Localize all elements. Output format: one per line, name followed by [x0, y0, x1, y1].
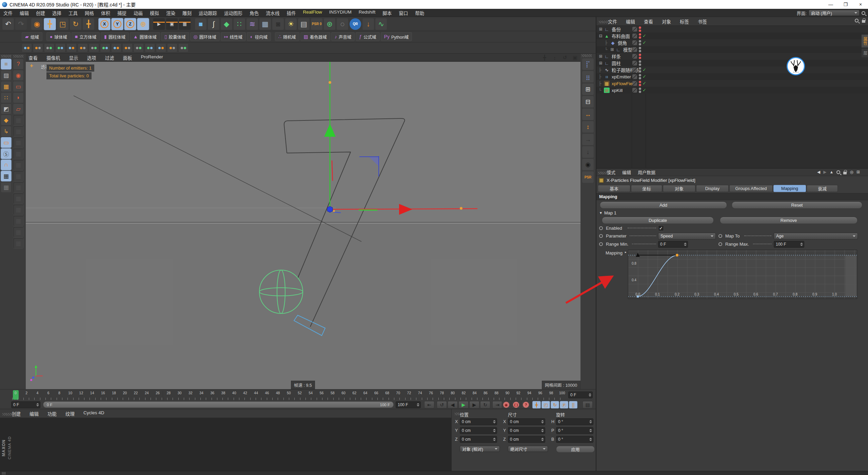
coord-field-位置-X[interactable]: 0 cm	[460, 418, 497, 425]
object-row-粒子跟随样条[interactable]: ├∿粒子跟随样条✓	[596, 66, 868, 73]
record-keyframe-button[interactable]: ◉	[502, 401, 511, 408]
field-button-球体域[interactable]: ●球体域	[46, 32, 71, 41]
tab-衰减[interactable]: 衰减	[807, 185, 838, 192]
minimize-button[interactable]: —	[823, 0, 838, 9]
menu-item-捕捉[interactable]: 捕捉	[117, 10, 126, 16]
record-rotation-button[interactable]: ↻	[551, 401, 559, 408]
menu-item-编辑[interactable]: 编辑	[20, 10, 29, 16]
texture-mode-button[interactable]: ▨	[1, 70, 12, 81]
rectangle-spline[interactable]	[294, 315, 325, 336]
qr-badge-button[interactable]: QR	[349, 18, 361, 30]
viewport-solo-button[interactable]: ▭	[1, 137, 12, 148]
render-settings-button[interactable]: ▦	[179, 18, 191, 30]
remove-map-button[interactable]: Remove	[720, 217, 857, 224]
menu-item-选择[interactable]: 选择	[52, 10, 61, 16]
viewport-menu-过滤[interactable]: 过滤	[105, 54, 114, 61]
am-lock-icon[interactable]	[843, 172, 847, 174]
xp-shortcut-icon[interactable]	[145, 43, 155, 52]
lock-x-axis-button[interactable]: X	[98, 18, 111, 30]
visibility-dots[interactable]	[639, 81, 641, 86]
parameter-dropdown[interactable]: Speed	[658, 233, 716, 240]
coord-field-尺寸-Y[interactable]: 0 cm	[508, 427, 545, 434]
tab-Display[interactable]: Display	[696, 185, 729, 192]
visibility-dots[interactable]	[639, 40, 641, 45]
field-button-组域[interactable]: ▰组域	[22, 32, 42, 41]
om-lock-icon[interactable]	[862, 20, 865, 23]
add-camera-button[interactable]: ◙	[272, 18, 284, 30]
zoom-view-icon[interactable]: ↕	[551, 54, 558, 61]
interface-dropdown[interactable]: 启动 (用户)	[809, 10, 860, 16]
anim-dot-mapto[interactable]	[718, 234, 722, 238]
side-tab-层[interactable]: 层	[862, 49, 868, 57]
om-menu-文件[interactable]: 文件	[608, 18, 617, 25]
magic-drop-button[interactable]: ↓	[362, 18, 374, 30]
history-back-icon[interactable]: ◀	[817, 170, 820, 174]
om-search-icon[interactable]	[855, 19, 859, 22]
xp-shortcut-icon[interactable]	[22, 43, 32, 52]
rectangle-selection-button[interactable]: ▭	[13, 81, 24, 92]
xp-shortcut-icon[interactable]	[134, 43, 144, 52]
diagonal-spline[interactable]	[74, 96, 361, 242]
field-button-胶囊体域[interactable]: ▯胶囊体域	[161, 32, 189, 41]
scale-button[interactable]: ◳	[57, 18, 69, 30]
material-menu-创建[interactable]: 创建	[12, 410, 21, 417]
expander-icon[interactable]: ⊞	[598, 27, 603, 32]
xp-shortcut-icon[interactable]	[178, 43, 189, 52]
om-menu-查看[interactable]: 查看	[644, 18, 653, 25]
psr-zero-button[interactable]: PSR 0	[311, 18, 323, 30]
field-button-线性域[interactable]: ↦线性域	[221, 32, 246, 41]
object-row-备份[interactable]: ⊞∟备份	[596, 26, 868, 33]
material-menu-编辑[interactable]: 编辑	[29, 410, 39, 417]
play-forwards-button[interactable]: ▶	[458, 401, 469, 408]
object-row-xpFlowField[interactable]: ├▦xpFlowField✓	[596, 80, 868, 87]
menu-item-文件[interactable]: 文件	[3, 10, 13, 16]
red-tangent-handle[interactable]	[332, 160, 333, 181]
xp-shortcut-icon[interactable]	[44, 43, 54, 52]
mapping-curve-editor[interactable]: 0.00.10.20.30.40.50.60.70.80.91.00.80.4	[628, 250, 857, 299]
material-menu-纹理[interactable]: 纹理	[65, 410, 75, 417]
field-button-声音域[interactable]: ♪声音域	[331, 32, 355, 41]
workplane-rotate-button[interactable]: ▦	[1, 182, 12, 193]
object-row-布料曲面[interactable]: ⊟▲布料曲面✓	[596, 33, 868, 39]
material-menu-Cycles 4D[interactable]: Cycles 4D	[83, 410, 104, 417]
add-cube-button[interactable]: ■	[195, 18, 207, 30]
coord-field-位置-Z[interactable]: 0 cm	[460, 436, 497, 443]
material-menu-功能[interactable]: 功能	[47, 410, 57, 417]
coord-field-旋转-P[interactable]: 0 °	[556, 427, 593, 434]
reset-maps-button[interactable]: Reset	[732, 202, 862, 209]
viewport-menu-选项[interactable]: 选项	[87, 54, 96, 61]
field-button-Python域[interactable]: PyPython域	[381, 32, 412, 41]
target-icon[interactable]: ◎	[850, 170, 853, 174]
viewport-menu-面板[interactable]: 面板	[123, 54, 132, 61]
layer-toggle-icon[interactable]	[632, 47, 637, 52]
add-map-button[interactable]: Add	[600, 202, 727, 209]
layer-toggle-icon[interactable]	[632, 88, 637, 93]
menu-item-角色[interactable]: 角色	[250, 10, 259, 16]
pick-icon[interactable]: ▲	[830, 170, 834, 174]
menu-item-创建[interactable]: 创建	[36, 10, 45, 16]
maximize-button[interactable]: ❐	[838, 0, 853, 9]
object-row-模型[interactable]: └⊞∟模型	[596, 46, 868, 53]
wire-sphere-button[interactable]: ◌	[336, 18, 349, 30]
record-pla-button[interactable]: ⣿	[569, 401, 577, 408]
undo-button[interactable]: ↶	[2, 18, 14, 30]
search-icon[interactable]	[862, 11, 865, 15]
xp-shortcut-icon[interactable]	[122, 43, 133, 52]
anim-dot-range-max[interactable]	[718, 242, 722, 246]
viewport-menu-ProRender[interactable]: ProRender	[141, 54, 163, 61]
layer-toggle-icon[interactable]	[632, 61, 637, 65]
apply-button[interactable]: 应用	[556, 446, 595, 453]
xp-shortcut-icon[interactable]	[100, 43, 110, 52]
enable-snap-button[interactable]: ∩	[1, 159, 12, 170]
menu-item-网格[interactable]: 网格	[85, 10, 94, 16]
xp-shortcut-icon[interactable]	[78, 43, 88, 52]
polygons-mode-button[interactable]: ◆	[1, 115, 12, 126]
xpresso-nodes-button[interactable]: ⣶	[582, 71, 594, 83]
menu-item-帮助[interactable]: 帮助	[415, 10, 424, 16]
menu-item-窗口[interactable]: 窗口	[399, 10, 408, 16]
object-row-样条[interactable]: ⊞∟样条	[596, 53, 868, 60]
menu-item-Redshift[interactable]: Redshift	[359, 10, 376, 16]
enabled-checkbox[interactable]: ✓	[658, 225, 664, 231]
mospline-button[interactable]: ∿	[375, 18, 387, 30]
tab-对象[interactable]: 对象	[663, 185, 695, 192]
